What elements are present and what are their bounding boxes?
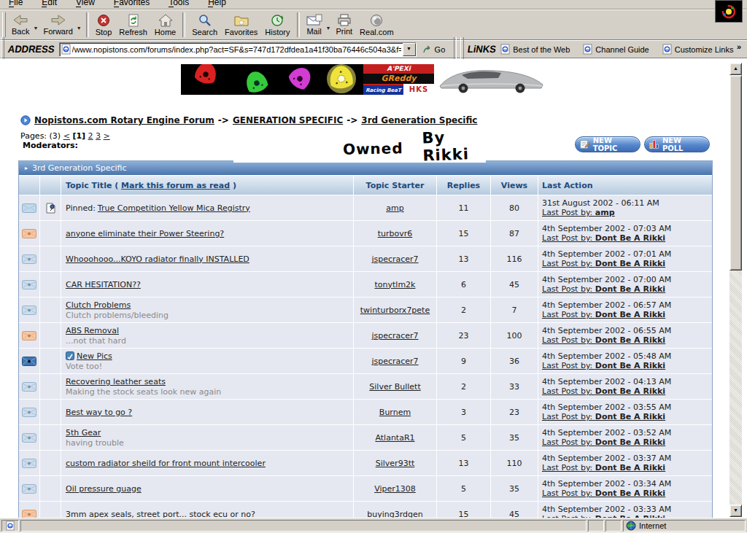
home-button[interactable]: Home (151, 11, 179, 39)
menu-edit[interactable]: Edit (40, 0, 58, 7)
last-post-by-link[interactable]: Last Post by: (542, 361, 595, 370)
go-button[interactable]: Go (422, 45, 446, 54)
breadcrumb-3rd-gen[interactable]: 3rd Generation Specific (361, 115, 477, 125)
last-post-by-link[interactable]: Last Post by: (542, 233, 595, 243)
sponsor-logos-banner[interactable]: A'PEXi GReddy Racing BeaT HKS (363, 64, 434, 95)
address-input[interactable] (71, 45, 403, 54)
mail-button[interactable]: Mail (303, 11, 326, 39)
last-post-by-link[interactable]: Last Post by: (542, 208, 595, 217)
mail-dropdown-icon[interactable]: ▼ (326, 26, 331, 31)
menu-view[interactable]: View (74, 0, 96, 7)
last-poster-link[interactable]: Dont Be A Rikki (595, 463, 665, 472)
topic-title-link[interactable]: True Competition Yellow Mica Registry (98, 203, 250, 213)
last-action-date: 4th September 2002 - 07:03 AM (542, 224, 671, 233)
menu-favorites[interactable]: Favorites (112, 0, 151, 7)
last-poster-link[interactable]: Dont Be A Rikki (595, 386, 665, 396)
last-poster-link[interactable]: Dont Be A Rikki (595, 438, 665, 447)
scroll-up-button[interactable]: ▲ (729, 63, 742, 75)
menu-tools[interactable]: Tools (167, 0, 190, 7)
last-poster-link[interactable]: amp (595, 208, 615, 217)
last-poster-link[interactable]: Dont Be A Rikki (595, 335, 665, 345)
page-3[interactable]: 3 (96, 131, 101, 141)
last-post-by-link[interactable]: Last Post by: (542, 310, 595, 319)
print-button[interactable]: Print (332, 11, 356, 39)
search-button[interactable]: Search (188, 11, 221, 39)
back-dropdown-icon[interactable]: ▼ (33, 26, 38, 31)
link-best-of-web[interactable]: Best of the Web (500, 44, 570, 55)
mark-forum-read-link[interactable]: Mark this forum as read (121, 181, 230, 190)
rotary-rotors-banner[interactable] (181, 64, 363, 95)
last-poster-link[interactable]: Dont Be A Rikki (595, 361, 665, 370)
topic-title-link[interactable]: 5th Gear (66, 428, 101, 438)
topic-starter-link[interactable]: jspecracer7 (371, 254, 418, 264)
topic-starter-link[interactable]: jspecracer7 (371, 331, 418, 341)
topic-starter-link[interactable]: Silver93tt (376, 459, 415, 468)
last-poster-link[interactable]: Dont Be A Rikki (595, 310, 665, 319)
breadcrumb-forum-root[interactable]: Nopistons.com Rotary Engine Forum (34, 115, 214, 125)
topic-subtitle: ...not that hard (66, 336, 126, 346)
last-poster-link[interactable]: Dont Be A Rikki (595, 284, 665, 294)
last-post-by-link[interactable]: Last Post by: (542, 335, 595, 345)
topic-title-link[interactable]: anyone eliminate their Power Steering? (66, 229, 224, 238)
page-next[interactable]: > (104, 131, 110, 141)
refresh-button[interactable]: Refresh (115, 11, 151, 39)
last-post-by-link[interactable]: Last Post by: (542, 412, 595, 421)
new-topic-button[interactable]: NEW TOPIC (575, 136, 640, 152)
scroll-down-button[interactable]: ▼ (729, 505, 742, 517)
topic-title-link[interactable]: Oil pressure guage (66, 484, 142, 494)
topic-title-link[interactable]: ABS Removal (66, 326, 119, 335)
vertical-scrollbar[interactable]: ▲ ▼ (729, 63, 742, 517)
forward-dropdown-icon[interactable]: ▼ (77, 26, 82, 31)
address-dropdown-button[interactable]: ▼ (403, 43, 416, 56)
last-post-by-link[interactable]: Last Post by: (542, 489, 595, 498)
forward-button[interactable]: Forward (39, 11, 76, 39)
last-poster-link[interactable]: Dont Be A Rikki (595, 259, 665, 268)
last-post-by-link[interactable]: Last Post by: (542, 284, 595, 294)
stop-button[interactable]: Stop (92, 11, 116, 39)
last-poster-link[interactable]: Dont Be A Rikki (595, 233, 665, 243)
address-field[interactable]: ▼ (59, 42, 417, 57)
topic-starter-link[interactable]: buying3rdgen (367, 510, 423, 518)
topic-starter-link[interactable]: Silver Bullett (369, 382, 420, 392)
link-channel-guide[interactable]: Channel Guide (583, 44, 649, 55)
last-post-by-link[interactable]: Last Post by: (542, 259, 595, 268)
link-customize-links[interactable]: Customize Links (662, 44, 734, 55)
breadcrumb-generation-specific[interactable]: GENERATION SPECIFIC (233, 115, 343, 125)
favorites-button[interactable]: Favorites (221, 11, 261, 39)
topic-title-link[interactable]: Best way to go ? (66, 408, 132, 417)
last-poster-link[interactable]: Dont Be A Rikki (595, 412, 665, 421)
topic-title-link[interactable]: New Pics (77, 351, 112, 361)
topic-starter-link[interactable]: tonytlm2k (375, 280, 416, 289)
last-post-by-link[interactable]: Last Post by: (542, 463, 595, 472)
menu-help[interactable]: Help (206, 0, 228, 7)
topic-starter-link[interactable]: twinturborx7pete (360, 306, 430, 315)
topic-title-link[interactable]: CAR HESITATION?? (66, 280, 141, 289)
topic-title-link[interactable]: Whooohooo...KOYO radiator finally INSTAL… (66, 254, 249, 264)
links-overflow-chevron[interactable]: » (737, 42, 741, 51)
realcom-button[interactable]: Real.com (356, 11, 397, 39)
linksbar-grip[interactable] (460, 37, 464, 62)
topic-starter-link[interactable]: turbovr6 (378, 229, 413, 238)
topic-starter-link[interactable]: AtlantaR1 (375, 433, 414, 443)
topic-title-link[interactable]: custom radiator sheild for front mount i… (66, 459, 266, 468)
menu-file[interactable]: File (7, 0, 24, 7)
topic-starter-link[interactable]: amp (386, 203, 403, 213)
last-post-by-link[interactable]: Last Post by: (542, 386, 595, 396)
topic-starter-link[interactable]: Burnem (379, 408, 411, 417)
topic-starter-link[interactable]: Viper1308 (374, 484, 416, 494)
topic-title-link[interactable]: Recovering leather seats (66, 377, 166, 386)
history-button[interactable]: History (261, 11, 293, 39)
new-poll-button[interactable]: NEW POLL (644, 136, 710, 152)
back-button[interactable]: Back (8, 11, 33, 39)
scrollbar-thumb[interactable] (729, 75, 742, 271)
last-post-by-link[interactable]: Last Post by: (542, 438, 595, 447)
page-2[interactable]: 2 (88, 131, 93, 141)
page-prev[interactable]: < (63, 131, 70, 141)
addressbar-grip[interactable] (1, 37, 4, 62)
topic-title-link[interactable]: 3mm apex seals, street port... stock ecu… (66, 510, 255, 518)
topic-starter-link[interactable]: jspecracer7 (371, 357, 418, 366)
toolbar-grip[interactable] (2, 12, 6, 37)
last-poster-link[interactable]: Dont Be A Rikki (595, 489, 665, 498)
topic-title-link[interactable]: Clutch Problems (66, 300, 131, 310)
rx7-car-banner[interactable] (434, 64, 547, 95)
